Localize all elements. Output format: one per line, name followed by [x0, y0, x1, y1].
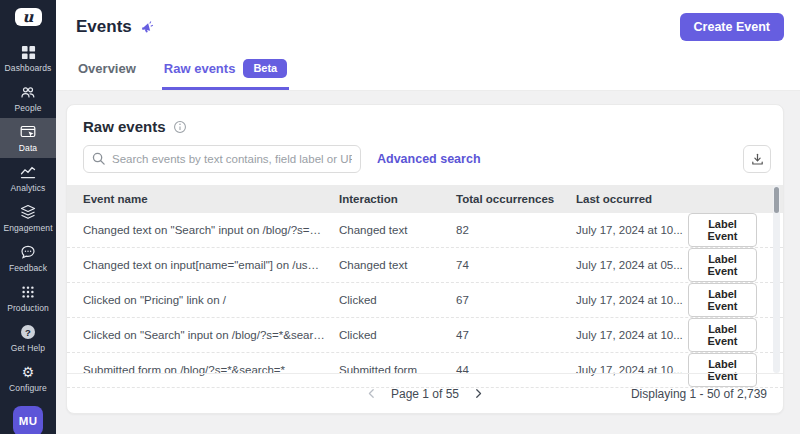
col-interaction: Interaction [339, 193, 456, 205]
panel-title: Raw events [83, 118, 166, 135]
col-event-name: Event name [83, 193, 339, 205]
megaphone-icon [140, 20, 155, 35]
page-header: Events Create Event Overview Raw events … [56, 0, 800, 91]
total-occurrences-cell: 47 [456, 329, 576, 341]
engagement-icon [20, 204, 36, 220]
last-occurred-cell: July 17, 2024 at 10... [576, 294, 688, 306]
col-last-occurred: Last occurred [576, 193, 688, 205]
main-area: Events Create Event Overview Raw events … [56, 0, 800, 434]
sidebar-nav: Dashboards People Data Analytics [0, 38, 56, 278]
search-icon [91, 151, 106, 166]
content-area: Raw events Advanced search [56, 91, 800, 434]
sidebar-item-people[interactable]: People [0, 78, 56, 118]
pagination: Page 1 of 55 [364, 386, 486, 401]
sidebar-item-label: Get Help [11, 343, 45, 353]
previous-page-button[interactable] [364, 386, 379, 401]
sidebar-item-analytics[interactable]: Analytics [0, 158, 56, 198]
next-page-button[interactable] [471, 386, 486, 401]
download-button[interactable] [743, 145, 771, 173]
tab-raw-events[interactable]: Raw events Beta [162, 51, 289, 90]
data-icon [20, 124, 36, 140]
analytics-icon [20, 164, 36, 180]
tab-overview[interactable]: Overview [76, 51, 138, 90]
label-event-button[interactable]: Label Event [688, 213, 757, 247]
table-row[interactable]: Clicked on "Search" input on /blog/?s=*&… [67, 318, 783, 353]
raw-events-panel: Raw events Advanced search [66, 104, 784, 414]
event-name-cell: Clicked on "Pricing" link on / [83, 294, 339, 306]
interaction-cell: Changed text [339, 259, 456, 271]
info-icon[interactable] [173, 120, 187, 134]
advanced-search-link[interactable]: Advanced search [377, 152, 481, 166]
event-name-cell: Clicked on "Search" input on /blog/?s=*&… [83, 329, 339, 341]
gear-icon: ⚙ [22, 364, 35, 380]
app-window: u Dashboards People Data [0, 0, 800, 434]
user-avatar[interactable]: MU [13, 406, 43, 434]
total-occurrences-cell: 82 [456, 224, 576, 236]
sidebar-item-label: Analytics [11, 183, 46, 193]
sidebar-item-get-help[interactable]: ? Get Help [0, 318, 56, 358]
sidebar-item-data[interactable]: Data [0, 118, 56, 158]
table-row[interactable]: Changed text on "Search" input on /blog/… [67, 213, 783, 248]
chevron-right-icon [473, 388, 484, 399]
help-icon: ? [21, 324, 35, 340]
label-event-button[interactable]: Label Event [688, 318, 757, 352]
table-row[interactable]: Changed text on input[name="email"] on /… [67, 248, 783, 283]
tab-bar: Overview Raw events Beta [56, 51, 800, 90]
download-icon [750, 152, 765, 167]
sidebar-item-label: Configure [9, 383, 47, 393]
displaying-count: Displaying 1 - 50 of 2,739 [631, 387, 767, 401]
search-input[interactable] [83, 145, 361, 173]
chevron-left-icon [366, 388, 377, 399]
page-indicator: Page 1 of 55 [391, 387, 459, 401]
tab-label: Raw events [164, 61, 236, 76]
beta-badge: Beta [243, 59, 287, 78]
interaction-cell: Changed text [339, 224, 456, 236]
table-scrollbar[interactable] [773, 185, 780, 373]
sidebar-item-production[interactable]: Production [0, 278, 56, 318]
event-name-cell: Changed text on input[name="email"] on /… [83, 259, 339, 271]
dashboards-icon [21, 44, 36, 60]
sidebar-item-configure[interactable]: ⚙ Configure [0, 358, 56, 398]
last-occurred-cell: July 17, 2024 at 10... [576, 224, 688, 236]
total-occurrences-cell: 74 [456, 259, 576, 271]
event-name-cell: Changed text on "Search" input on /blog/… [83, 224, 339, 236]
events-table: Event name Interaction Total occurrences… [67, 185, 783, 373]
sidebar-item-label: Data [19, 143, 37, 153]
create-event-button[interactable]: Create Event [680, 13, 784, 41]
table-footer: Page 1 of 55 Displaying 1 - 50 of 2,739 [67, 373, 783, 413]
feedback-icon [20, 244, 36, 260]
search-toolbar: Advanced search [67, 135, 783, 185]
sidebar-item-label: Dashboards [5, 63, 52, 73]
label-event-button[interactable]: Label Event [688, 283, 757, 317]
interaction-cell: Clicked [339, 294, 456, 306]
sidebar: u Dashboards People Data [0, 0, 56, 434]
total-occurrences-cell: 67 [456, 294, 576, 306]
sidebar-item-engagement[interactable]: Engagement [0, 198, 56, 238]
sidebar-item-feedback[interactable]: Feedback [0, 238, 56, 278]
last-occurred-cell: July 17, 2024 at 10... [576, 329, 688, 341]
search-box [83, 145, 361, 173]
sidebar-item-label: People [14, 103, 41, 113]
last-occurred-cell: July 17, 2024 at 05... [576, 259, 688, 271]
sidebar-item-label: Feedback [9, 263, 47, 273]
interaction-cell: Clicked [339, 329, 456, 341]
sidebar-item-dashboards[interactable]: Dashboards [0, 38, 56, 78]
col-total-occurrences: Total occurrences [456, 193, 576, 205]
production-icon [21, 284, 35, 300]
tab-label: Overview [78, 61, 136, 76]
sidebar-item-label: Production [7, 303, 49, 313]
page-title: Events [76, 17, 132, 37]
people-icon [20, 84, 36, 100]
scrollbar-thumb[interactable] [774, 187, 779, 213]
label-event-button[interactable]: Label Event [688, 248, 757, 282]
sidebar-item-label: Engagement [3, 223, 52, 233]
table-row[interactable]: Clicked on "Pricing" link on / Clicked 6… [67, 283, 783, 318]
sidebar-bottom: Production ? Get Help ⚙ Configure MU [0, 278, 56, 434]
userpilot-logo[interactable]: u [15, 8, 42, 26]
table-header: Event name Interaction Total occurrences… [67, 185, 783, 213]
